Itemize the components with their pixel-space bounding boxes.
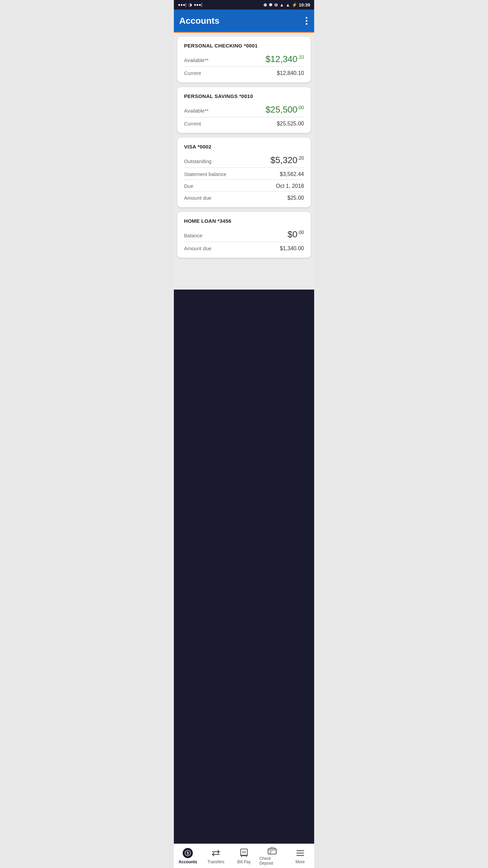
overflow-menu-button[interactable] [304, 16, 309, 26]
transfers-icon [211, 848, 221, 858]
row-value-personal-savings-1: $25,525.00 [277, 121, 304, 127]
minus-circle-icon: ⊖ [274, 2, 278, 7]
account-row-home-loan-1: Amount due$1,340.00 [184, 245, 304, 252]
account-row-visa-3: Amount due$25.00 [184, 195, 304, 201]
row-value-home-loan-1: $1,340.00 [280, 245, 304, 252]
row-label-personal-checking-0: Available** [184, 57, 208, 63]
menu-dot-2 [306, 20, 307, 22]
row-value-visa-0: $5,320.20 [270, 155, 304, 165]
status-right: ⊕ ✱ ⊖ ▲ ▲ ⚡ 10:39 [263, 2, 310, 7]
row-label-visa-1: Statement balance [184, 171, 226, 177]
row-label-personal-savings-0: Available** [184, 108, 208, 114]
nav-bill-pay-label: Bill Pay [237, 860, 251, 864]
account-name-personal-checking: PERSONAL CHECKING *0001 [184, 43, 304, 48]
nav-accounts[interactable]: $ Accounts [174, 844, 202, 868]
account-name-personal-savings: PERSONAL SAVINGS *0010 [184, 93, 304, 99]
account-row-personal-checking-1: Current$12,840.10 [184, 70, 304, 76]
bill-pay-icon [239, 848, 249, 858]
menu-dot-3 [306, 23, 307, 25]
page-wrapper: ●●●| ◑ ●●●| ⊕ ✱ ⊖ ▲ ▲ ⚡ 10:39 Accounts P… [174, 0, 314, 868]
row-value-visa-1: $3,562.44 [280, 171, 304, 177]
row-label-home-loan-1: Amount due [184, 245, 211, 251]
wifi-icon: ▲ [280, 2, 284, 7]
cards-container: PERSONAL CHECKING *0001Available**$12,34… [177, 37, 311, 258]
check-deposit-icon [267, 847, 277, 855]
app-header: Accounts [174, 9, 314, 33]
row-value-personal-savings-0: $25,500.00 [266, 104, 304, 115]
page-title: Accounts [179, 16, 219, 26]
row-label-personal-savings-1: Current [184, 121, 201, 126]
bluetooth-icon: ✱ [269, 2, 272, 7]
nav-more-label: More [296, 860, 305, 864]
nav-more[interactable]: More [286, 844, 314, 868]
account-row-visa-0: Outstanding$5,320.20 [184, 155, 304, 168]
account-card-home-loan[interactable]: HOME LOAN *3456Balance$0.00Amount due$1,… [177, 212, 311, 258]
row-label-visa-0: Outstanding [184, 158, 211, 164]
account-row-home-loan-0: Balance$0.00 [184, 229, 304, 242]
add-circle-icon: ⊕ [263, 2, 267, 7]
signal-bars: ●●●| [178, 2, 186, 7]
row-value-personal-checking-0: $12,340.10 [266, 54, 304, 64]
signal-bars-2: ●●●| [194, 2, 202, 7]
account-card-visa[interactable]: VISA *0002Outstanding$5,320.20Statement … [177, 138, 311, 207]
accounts-content: PERSONAL CHECKING *0001Available**$12,34… [174, 33, 314, 290]
account-name-home-loan: HOME LOAN *3456 [184, 218, 304, 224]
status-left: ●●●| ◑ ●●●| [178, 2, 202, 7]
account-row-visa-2: DueOct 1, 2018 [184, 183, 304, 192]
status-bar: ●●●| ◑ ●●●| ⊕ ✱ ⊖ ▲ ▲ ⚡ 10:39 [174, 0, 314, 9]
nav-accounts-label: Accounts [179, 860, 197, 864]
bottom-nav: $ Accounts Transfers [174, 844, 314, 868]
nav-bill-pay[interactable]: Bill Pay [230, 844, 258, 868]
row-label-personal-checking-1: Current [184, 70, 201, 76]
account-row-personal-savings-0: Available**$25,500.00 [184, 104, 304, 117]
row-value-personal-checking-1: $12,840.10 [277, 70, 304, 76]
signal-icon: ▲ [286, 2, 290, 7]
svg-text:$: $ [187, 851, 189, 855]
menu-dot-1 [306, 17, 307, 19]
accounts-icon: $ [183, 848, 193, 858]
carrier-icon: ◑ [188, 2, 192, 7]
row-label-visa-2: Due [184, 183, 194, 189]
nav-transfers-label: Transfers [207, 860, 224, 864]
account-card-personal-checking[interactable]: PERSONAL CHECKING *0001Available**$12,34… [177, 37, 311, 82]
account-card-personal-savings[interactable]: PERSONAL SAVINGS *0010Available**$25,500… [177, 87, 311, 133]
more-icon [295, 848, 305, 858]
battery-icon: ⚡ [292, 2, 297, 7]
account-row-personal-savings-1: Current$25,525.00 [184, 121, 304, 127]
time: 10:39 [299, 2, 310, 7]
account-row-personal-checking-0: Available**$12,340.10 [184, 54, 304, 67]
row-label-visa-3: Amount due [184, 195, 211, 201]
row-value-home-loan-0: $0.00 [288, 229, 304, 240]
row-value-visa-3: $25.00 [287, 195, 304, 201]
nav-check-deposit-label: Check Deposit [259, 856, 285, 866]
nav-transfers[interactable]: Transfers [202, 844, 230, 868]
row-label-home-loan-0: Balance [184, 233, 202, 238]
account-row-visa-1: Statement balance$3,562.44 [184, 171, 304, 180]
nav-check-deposit[interactable]: Check Deposit [258, 844, 286, 868]
row-value-visa-2: Oct 1, 2018 [276, 183, 304, 189]
account-name-visa: VISA *0002 [184, 144, 304, 150]
svg-rect-3 [268, 849, 276, 854]
